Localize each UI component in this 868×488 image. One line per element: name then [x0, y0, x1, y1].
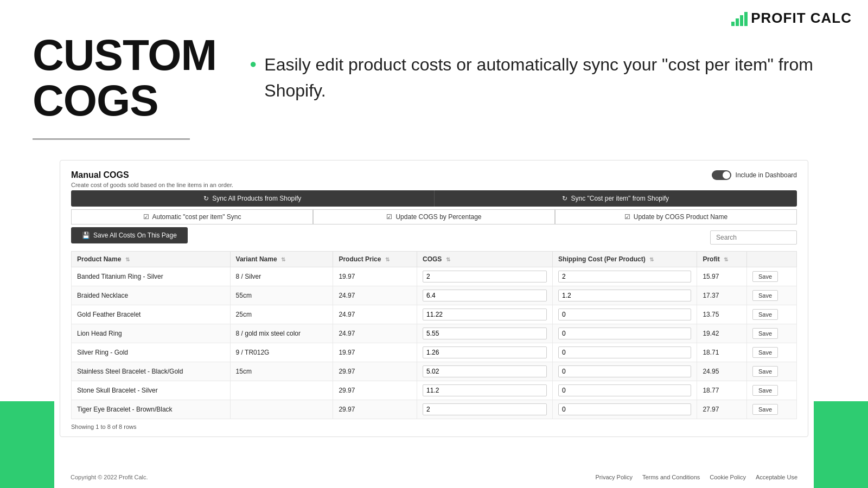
footer-link[interactable]: Acceptable Use: [756, 474, 797, 480]
cogs-input-1[interactable]: [423, 290, 547, 301]
sort-arrow-shipping[interactable]: ⇅: [649, 256, 654, 262]
sort-arrow-cogs[interactable]: ⇅: [446, 256, 450, 262]
table-row: Silver Ring - Gold 9 / TR012G 19.97 18.7…: [72, 343, 797, 362]
hero-bullet: ● Easily edit product costs or automatic…: [250, 52, 835, 104]
footer-link[interactable]: Cookie Policy: [710, 474, 746, 480]
cell-variant-3: 8 / gold mix steel color: [230, 324, 333, 343]
col-product-name: Product Name ⇅: [72, 252, 231, 267]
update-cogs-pct-button[interactable]: ☑ Update COGS by Percentage: [313, 209, 555, 224]
sync-cost-per-item-button[interactable]: ↻ Sync "Cost per item" from Shopify: [434, 190, 797, 207]
cell-variant-6: [230, 381, 333, 400]
green-corner-left: [0, 401, 54, 488]
cell-price-4: 19.97: [333, 343, 417, 362]
cell-profit-5: 24.95: [697, 362, 746, 381]
footer-links: Privacy PolicyTerms and ConditionsCookie…: [595, 474, 797, 480]
cell-shipping-3: [553, 324, 697, 343]
cogs-input-4[interactable]: [423, 346, 547, 358]
cell-variant-7: [230, 400, 333, 419]
col-action: [746, 252, 796, 267]
save-row-button-6[interactable]: Save: [752, 385, 778, 396]
sort-arrow-profit[interactable]: ⇅: [724, 256, 728, 262]
cell-action-5: Save: [746, 362, 796, 381]
cell-cogs-3: [417, 324, 553, 343]
shipping-input-6[interactable]: [558, 384, 691, 396]
check-icon-2: ☑: [386, 213, 392, 221]
cell-cogs-0: [417, 267, 553, 286]
cell-action-4: Save: [746, 343, 796, 362]
shipping-input-7[interactable]: [558, 403, 691, 415]
cogs-input-3[interactable]: [423, 328, 547, 339]
sort-arrow-product[interactable]: ⇅: [125, 256, 130, 262]
save-row-button-0[interactable]: Save: [752, 271, 778, 282]
cell-price-5: 29.97: [333, 362, 417, 381]
sync-all-products-button[interactable]: ↻ Sync All Products from Shopify: [71, 190, 434, 207]
cell-cogs-4: [417, 343, 553, 362]
cell-product-1: Braided Necklace: [72, 286, 231, 305]
shipping-input-3[interactable]: [558, 328, 691, 339]
table-row: Braided Necklace 55cm 24.97 17.37 Save: [72, 286, 797, 305]
col-product-price: Product Price ⇅: [333, 252, 417, 267]
save-row-button-2[interactable]: Save: [752, 309, 778, 320]
cell-shipping-5: [553, 362, 697, 381]
logo-bar-2: [736, 18, 739, 26]
footer-copyright: Copyright © 2022 Profit Calc.: [71, 474, 148, 480]
sort-arrow-price[interactable]: ⇅: [385, 256, 390, 262]
update-cogs-name-button[interactable]: ☑ Update by COGS Product Name: [555, 209, 797, 224]
cogs-input-6[interactable]: [423, 384, 547, 396]
cogs-input-7[interactable]: [423, 403, 547, 415]
cell-cogs-5: [417, 362, 553, 381]
cell-profit-4: 18.71: [697, 343, 746, 362]
sort-arrow-variant[interactable]: ⇅: [281, 256, 285, 262]
auto-sync-button[interactable]: ☑ Automatic "cost per item" Sync: [71, 209, 313, 224]
sync-buttons-row: ↻ Sync All Products from Shopify ↻ Sync …: [71, 190, 797, 207]
cell-action-1: Save: [746, 286, 796, 305]
cell-price-7: 29.97: [333, 400, 417, 419]
shipping-input-0[interactable]: [558, 271, 691, 282]
cell-shipping-7: [553, 400, 697, 419]
cell-variant-5: 15cm: [230, 362, 333, 381]
cell-price-0: 19.97: [333, 267, 417, 286]
include-dashboard-toggle[interactable]: [712, 170, 731, 180]
footer-link[interactable]: Privacy Policy: [595, 474, 632, 480]
cell-action-7: Save: [746, 400, 796, 419]
cell-price-2: 24.97: [333, 305, 417, 324]
save-row-button-5[interactable]: Save: [752, 366, 778, 377]
sync-icon-2: ↻: [562, 195, 567, 202]
shipping-input-4[interactable]: [558, 346, 691, 358]
cell-shipping-1: [553, 286, 697, 305]
shipping-input-1[interactable]: [558, 290, 691, 301]
save-icon: 💾: [82, 232, 90, 239]
cell-product-4: Silver Ring - Gold: [72, 343, 231, 362]
cogs-input-0[interactable]: [423, 271, 547, 282]
card-header: Manual COGS Create cost of goods sold ba…: [71, 170, 797, 188]
cell-profit-3: 19.42: [697, 324, 746, 343]
green-corner-right: [814, 401, 868, 488]
save-all-costs-button[interactable]: 💾 Save All Costs On This Page: [71, 227, 188, 243]
hero-divider: [33, 138, 190, 140]
outline-buttons-row: ☑ Automatic "cost per item" Sync ☑ Updat…: [71, 209, 797, 224]
card-header-left: Manual COGS Create cost of goods sold ba…: [71, 170, 233, 188]
save-row-button-3[interactable]: Save: [752, 328, 778, 339]
cell-action-2: Save: [746, 305, 796, 324]
cogs-input-2[interactable]: [423, 309, 547, 320]
shipping-input-5[interactable]: [558, 365, 691, 377]
table-row: Stainless Steel Bracelet - Black/Gold 15…: [72, 362, 797, 381]
footer-link[interactable]: Terms and Conditions: [642, 474, 700, 480]
footer: Copyright © 2022 Profit Calc. Privacy Po…: [71, 474, 797, 480]
col-variant-name: Variant Name ⇅: [230, 252, 333, 267]
cell-shipping-2: [553, 305, 697, 324]
card-title: Manual COGS: [71, 170, 233, 180]
logo-bar-3: [740, 15, 743, 26]
shipping-input-2[interactable]: [558, 309, 691, 320]
search-input[interactable]: [710, 230, 797, 245]
cell-product-6: Stone Skull Bracelet - Silver: [72, 381, 231, 400]
save-row-button-4[interactable]: Save: [752, 347, 778, 358]
col-shipping: Shipping Cost (Per Product) ⇅: [553, 252, 697, 267]
cell-action-6: Save: [746, 381, 796, 400]
save-row-button-1[interactable]: Save: [752, 290, 778, 301]
cell-product-5: Stainless Steel Bracelet - Black/Gold: [72, 362, 231, 381]
save-row-button-7[interactable]: Save: [752, 404, 778, 415]
toggle-area[interactable]: Include in Dashboard: [712, 170, 797, 180]
cogs-input-5[interactable]: [423, 365, 547, 377]
col-profit: Profit ⇅: [697, 252, 746, 267]
